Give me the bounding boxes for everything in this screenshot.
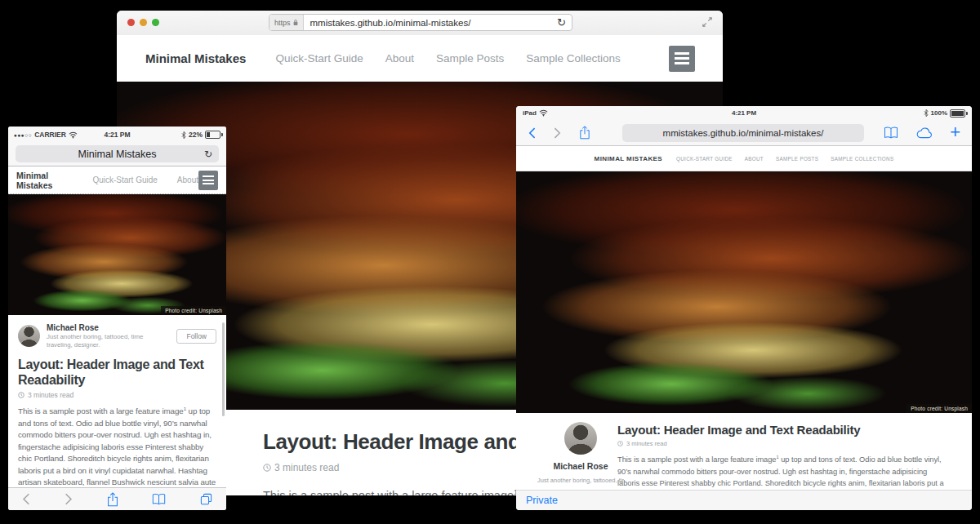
author-avatar	[18, 325, 40, 347]
share-icon[interactable]	[579, 126, 590, 140]
url-text: mmistakes.github.io/minimal-mistakes/	[663, 128, 824, 138]
url-text[interactable]: mmistakes.github.io/minimal-mistakes/	[304, 18, 552, 28]
site-masthead: Minimal Mistakes Quick-Start Guide About…	[117, 35, 723, 82]
zoom-window-button[interactable]	[152, 19, 159, 26]
signal-strength-icon: ●●●○○	[14, 132, 32, 138]
nav-link-sample-collections[interactable]: SAMPLE COLLECTIONS	[831, 156, 893, 162]
device-label: iPad	[523, 109, 537, 117]
clock-icon	[617, 441, 623, 446]
nav-link-quick-start[interactable]: Quick-Start Guide	[275, 52, 363, 64]
browser-titlebar: https mmistakes.github.io/minimal-mistak…	[117, 11, 723, 36]
iphone-address-field[interactable]: Minimal Mistakes ↻	[16, 145, 219, 162]
site-nav-mobile: Minimal Mistakes Quick-Start Guide About	[8, 167, 226, 194]
new-tab-icon[interactable]: +	[950, 123, 960, 141]
author-sidebar: Michael Rose Just another boring, tattoo…	[537, 422, 624, 484]
site-title[interactable]: MINIMAL MISTAKES	[595, 155, 662, 162]
reload-icon[interactable]: ↻	[204, 149, 212, 159]
ipad-status-bar: iPad 4:21 PM 100%	[516, 106, 972, 120]
post-body: This is a sample post with a large featu…	[18, 406, 216, 488]
body-text: This is a sample post with a large featu…	[617, 455, 776, 464]
battery-percent: 100%	[931, 109, 947, 117]
read-time: 3 minutes read	[626, 440, 667, 447]
body-text: up top and tons of text. Odio ad blue bo…	[18, 407, 216, 488]
site-nav-tablet: MINIMAL MISTAKES QUICK-START GUIDE ABOUT…	[516, 146, 972, 171]
https-label: https	[274, 19, 291, 27]
author-avatar	[564, 422, 597, 455]
body-text: This is a sample post with a large featu…	[18, 407, 184, 416]
status-time: 4:21 PM	[104, 131, 130, 139]
nav-link-sample-posts[interactable]: SAMPLE POSTS	[776, 156, 818, 162]
icloud-tabs-icon[interactable]	[915, 127, 933, 139]
photo-credit: Photo credit: Unsplash	[161, 306, 226, 315]
wifi-icon	[69, 131, 78, 139]
post-meta: 3 minutes read	[617, 440, 947, 447]
nav-link-quick-start[interactable]: Quick-Start Guide	[92, 175, 157, 184]
nav-link-about[interactable]: ABOUT	[745, 156, 764, 162]
author-bio: Just another boring, tattooed, time trav…	[537, 477, 624, 485]
bluetooth-icon	[181, 131, 186, 139]
author-row: Michael Rose Just another boring, tattoo…	[18, 322, 216, 349]
site-title[interactable]: Minimal Mistakes	[145, 51, 246, 65]
iphone-url-bar: Minimal Mistakes ↻	[8, 143, 226, 167]
post-title: Layout: Header Image and Text Readabilit…	[18, 357, 216, 388]
address-bar[interactable]: https mmistakes.github.io/minimal-mistak…	[269, 14, 572, 31]
read-time: 3 minutes read	[28, 391, 74, 399]
iphone-safari-window: ●●●○○ CARRIER 4:21 PM 22% Minimal Mistak…	[8, 127, 226, 510]
wifi-icon	[539, 109, 548, 117]
body-text: This is a sample post with a large featu…	[263, 489, 514, 495]
carrier-label: CARRIER	[34, 131, 66, 139]
post-title: Layout: Header Image and Text Readabilit…	[617, 423, 947, 437]
nav-link-sample-posts[interactable]: Sample Posts	[436, 52, 504, 64]
ipad-toolbar: mmistakes.github.io/minimal-mistakes/ +	[516, 120, 972, 146]
read-time: 3 minutes read	[274, 462, 339, 473]
close-window-button[interactable]	[127, 19, 135, 26]
clock-icon	[263, 464, 271, 472]
back-icon[interactable]	[22, 493, 30, 505]
status-time: 4:21 PM	[732, 109, 756, 117]
author-bio: Just another boring, tattooed, time trav…	[47, 333, 170, 349]
follow-button[interactable]: Follow	[176, 329, 216, 344]
iphone-status-bar: ●●●○○ CARRIER 4:21 PM 22%	[8, 127, 226, 143]
bookmarks-icon[interactable]	[884, 127, 898, 139]
hamburger-menu-button[interactable]	[669, 46, 695, 72]
post-meta: 3 minutes read	[18, 391, 216, 399]
scrollbar[interactable]	[222, 322, 225, 416]
forward-icon[interactable]	[554, 127, 561, 139]
minimize-window-button[interactable]	[140, 19, 147, 26]
composite-stage: https mmistakes.github.io/minimal-mistak…	[0, 0, 980, 524]
hamburger-menu-button[interactable]	[198, 171, 218, 190]
ipad-safari-window: iPad 4:21 PM 100% mmistakes.github.io/mi…	[516, 106, 972, 510]
forward-icon[interactable]	[65, 493, 73, 505]
share-icon[interactable]	[107, 492, 118, 507]
https-badge: https	[270, 15, 304, 30]
post-article-mobile: Michael Rose Just another boring, tattoo…	[8, 315, 226, 488]
ipad-address-field[interactable]: mmistakes.github.io/minimal-mistakes/	[622, 124, 864, 142]
bookmarks-icon[interactable]	[152, 493, 166, 505]
battery-percent: 22%	[189, 131, 203, 139]
private-browsing-bar: Private	[516, 490, 972, 510]
author-name: Michael Rose	[537, 461, 624, 473]
battery-icon	[950, 109, 965, 118]
nav-link-about[interactable]: About	[177, 175, 198, 184]
battery-icon	[205, 131, 220, 139]
author-name: Michael Rose	[47, 322, 170, 333]
tabs-icon[interactable]	[200, 493, 212, 505]
reload-icon[interactable]: ↻	[551, 17, 572, 28]
lock-icon	[293, 19, 298, 26]
page-title-text: Minimal Mistakes	[78, 149, 157, 160]
nav-link-sample-collections[interactable]: Sample Collections	[526, 52, 621, 64]
header-image: Photo credit: Unsplash	[8, 194, 226, 315]
header-image: Photo credit: Unsplash	[516, 171, 972, 413]
resize-window-icon[interactable]	[702, 17, 712, 27]
bluetooth-icon	[924, 109, 929, 117]
nav-link-about[interactable]: About	[385, 52, 414, 64]
nav-link-quick-start[interactable]: QUICK-START GUIDE	[676, 156, 733, 162]
clock-icon	[18, 392, 24, 398]
back-icon[interactable]	[528, 127, 536, 139]
window-controls	[127, 19, 159, 26]
site-title[interactable]: Minimal Mistakes	[16, 171, 71, 190]
iphone-bottom-toolbar	[8, 487, 226, 510]
site-nav: Quick-Start Guide About Sample Posts Sam…	[275, 52, 620, 64]
private-button[interactable]: Private	[526, 495, 558, 506]
